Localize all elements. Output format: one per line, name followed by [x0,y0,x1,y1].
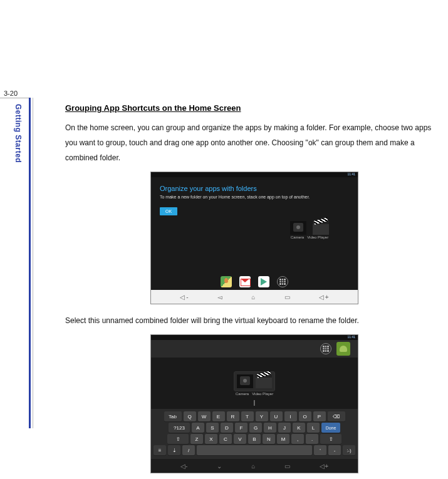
key-p[interactable]: P [313,411,326,421]
app-label-camera: Camera [291,235,304,239]
page-number: 3-20 [4,90,18,97]
figure-folder-tip: 11:41 Organize your apps with folders To… [150,172,358,304]
key-n[interactable]: N [263,434,275,444]
key-j[interactable]: J [278,423,291,433]
nav-recent-icon[interactable]: ▭ [284,294,290,301]
key-shift-right[interactable]: ⇧ [320,434,341,444]
nav-recent-icon[interactable]: ▭ [284,463,290,470]
paragraph-1: On the home screen, you can group and or… [65,120,444,165]
key-c[interactable]: C [219,434,232,444]
key-f[interactable]: F [235,423,247,433]
key-e[interactable]: E [212,411,225,421]
key-tab[interactable]: Tab [164,411,182,421]
key-slash[interactable]: / [182,445,195,455]
app-label-videoplayer: Video Player [252,392,273,396]
kb-row-3: ⇧ Z X C V B N M , . ⇧ [154,434,355,444]
figure-rename-keyboard: 11:41 Camera Video Player | Tab Q W E R [150,334,358,473]
all-apps-icon[interactable] [277,276,288,287]
status-bar: 11:41 [151,172,358,177]
key-g[interactable]: G [249,423,262,433]
ok-button[interactable]: OK [160,207,177,215]
main-content: Grouping App Shortcuts on the Home Scree… [65,103,444,479]
margin-bar [29,98,31,428]
key-symbols[interactable]: ?123 [169,423,190,433]
system-navbar: ◁- ◅ ⌂ ▭ ◁+ [151,290,358,304]
rename-field[interactable]: | [220,399,289,406]
key-settings[interactable]: ≡ [154,445,166,455]
key-mic[interactable]: ⇣ [168,445,180,455]
key-d[interactable]: D [221,423,233,433]
nav-back-icon[interactable]: ◅ [217,294,222,301]
key-h[interactable]: H [264,423,276,433]
key-shift-left[interactable]: ⇧ [167,434,189,444]
vol-up-icon[interactable]: ◁+ [319,294,329,301]
system-navbar: ◁- ⌄ ⌂ ▭ ◁+ [151,459,358,473]
key-done[interactable]: Done [321,423,340,433]
status-bar: 11:41 [151,335,358,340]
key-z[interactable]: Z [190,434,203,444]
key-emoji[interactable]: :-) [343,445,355,455]
key-x[interactable]: X [205,434,217,444]
key-a[interactable]: A [192,423,204,433]
play-store-icon[interactable] [258,276,269,287]
key-k[interactable]: K [293,423,305,433]
nav-back-icon[interactable]: ⌄ [217,463,222,470]
key-w[interactable]: W [198,411,211,421]
kb-row-1: Tab Q W E R T Y U I O P ⌫ [154,411,355,421]
section-heading: Grouping App Shortcuts on the Home Scree… [65,103,444,113]
folder-preview: Camera Video Player Unnamed Folder [281,221,338,239]
video-player-icon[interactable] [256,374,272,388]
camera-icon[interactable] [237,374,253,388]
virtual-keyboard: Tab Q W E R T Y U I O P ⌫ ?123 A S D F G… [151,409,358,459]
vol-up-icon[interactable]: ◁+ [320,463,328,470]
nav-home-icon[interactable]: ⌂ [251,463,255,470]
key-b[interactable]: B [248,434,261,444]
folder-app-labels: Camera Video Player [281,235,338,239]
key-q[interactable]: Q [184,411,196,421]
key-s[interactable]: S [206,423,219,433]
gmail-icon[interactable] [239,276,251,287]
all-apps-icon[interactable] [320,343,331,354]
key-comma[interactable]: , [291,434,304,444]
key-t[interactable]: T [241,411,254,421]
key-apostrophe[interactable]: ' [314,445,326,455]
camera-icon[interactable] [290,221,306,235]
key-y[interactable]: Y [256,411,268,421]
top-strip [151,340,358,358]
key-backspace[interactable]: ⌫ [328,411,345,421]
vol-down-icon[interactable]: ◁- [180,294,188,301]
folder-app-labels: Camera Video Player [220,392,289,396]
vol-down-icon[interactable]: ◁- [180,463,187,470]
kb-row-2: ?123 A S D F G H J K L Done [154,423,355,433]
open-folder: Camera Video Player | [220,371,289,406]
kb-row-4: ≡ ⇣ / ' - :-) [154,445,355,455]
key-m[interactable]: M [277,434,289,444]
key-v[interactable]: V [234,434,246,444]
dock [151,274,358,290]
tip-subtitle: To make a new folder on your Home screen… [160,195,358,199]
app-label-camera: Camera [236,392,249,396]
video-player-icon[interactable] [313,221,329,235]
app-label-videoplayer: Video Player [307,235,328,239]
key-r[interactable]: R [227,411,239,421]
key-space[interactable] [197,445,312,455]
nav-home-icon[interactable]: ⌂ [251,294,255,301]
key-o[interactable]: O [299,411,311,421]
key-i[interactable]: I [284,411,297,421]
folder-box[interactable] [234,371,275,391]
key-l[interactable]: L [307,423,320,433]
page-number-rule [0,98,29,98]
margin-line [33,98,33,428]
key-period[interactable]: . [306,434,318,444]
key-dash[interactable]: - [328,445,341,455]
key-u[interactable]: U [270,411,283,421]
section-label: Getting Started [14,104,23,163]
android-widget-icon[interactable] [336,342,350,356]
paragraph-2: Select this unnamed combined folder will… [65,313,444,328]
tip-title: Organize your apps with folders [160,185,358,192]
maps-icon[interactable] [221,276,232,287]
